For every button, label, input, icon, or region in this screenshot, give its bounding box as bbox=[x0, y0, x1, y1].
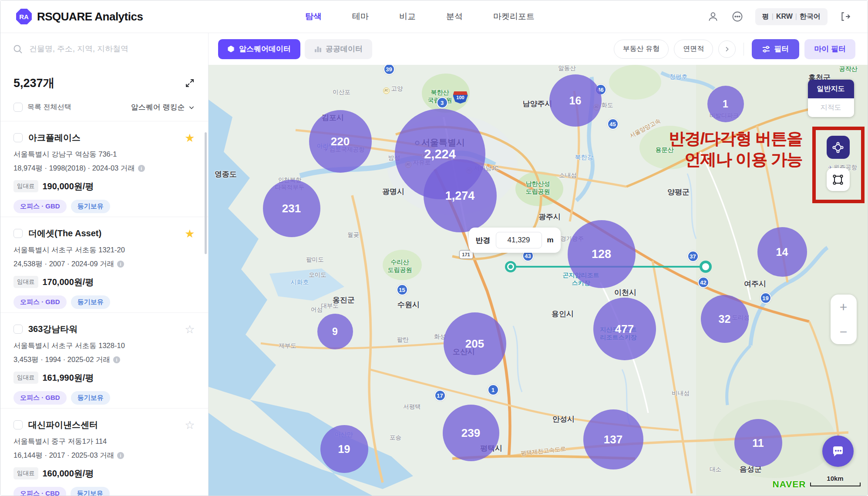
road-shield: 19 bbox=[760, 292, 771, 304]
listing-checkbox[interactable] bbox=[13, 133, 23, 142]
price-label: 임대료 bbox=[13, 467, 38, 479]
map-cluster[interactable]: 137 bbox=[583, 409, 643, 469]
listing-checkbox[interactable] bbox=[13, 229, 23, 238]
info-icon[interactable]: i bbox=[113, 356, 120, 363]
map-cluster[interactable]: 128 bbox=[568, 220, 636, 288]
listing-meta: 16,144평 · 2017 · 2025-03 거래i bbox=[13, 451, 195, 460]
expand-list-icon[interactable] bbox=[185, 78, 195, 88]
tab-비교[interactable]: 비교 bbox=[399, 11, 416, 22]
tab-분석[interactable]: 분석 bbox=[446, 11, 463, 22]
map-cluster[interactable]: 220 bbox=[309, 110, 372, 173]
tab-테마[interactable]: 테마 bbox=[352, 11, 369, 22]
favorite-star-icon[interactable]: ☆ bbox=[185, 419, 195, 431]
search-bar[interactable] bbox=[0, 33, 209, 65]
select-all-checkbox[interactable] bbox=[13, 103, 23, 112]
road-shield: 42 bbox=[698, 277, 709, 288]
map-label: 포승 bbox=[390, 434, 401, 442]
sort-dropdown[interactable]: 알스퀘어 랭킹순 bbox=[131, 102, 195, 112]
chat-button[interactable] bbox=[822, 436, 854, 467]
map-cluster[interactable]: 1 bbox=[707, 86, 744, 122]
tab-마켓리포트[interactable]: 마켓리포트 bbox=[493, 11, 535, 22]
filter-pill-gfa[interactable]: 연면적 bbox=[674, 40, 713, 59]
listing-address: 서울특별시 서초구 서초동 1328-10 bbox=[13, 341, 195, 351]
tab-탐색[interactable]: 탐색 bbox=[305, 11, 322, 22]
list-item[interactable]: 아크플레이스★서울특별시 강남구 역삼동 736-118,974평 · 1998… bbox=[0, 121, 208, 217]
road-shield: 1 bbox=[488, 384, 499, 395]
main-nav: 탐색테마비교분석마켓리포트 bbox=[305, 11, 535, 22]
map-type-cadastral[interactable]: 지적도 bbox=[808, 98, 854, 117]
search-input[interactable] bbox=[29, 44, 186, 54]
map-cluster[interactable]: 19 bbox=[320, 425, 368, 473]
info-icon[interactable]: i bbox=[138, 165, 145, 172]
map-cluster[interactable]: 11 bbox=[734, 419, 782, 467]
filter-pill-property-type[interactable]: 부동산 유형 bbox=[614, 40, 669, 59]
map-cluster[interactable]: 477 bbox=[593, 298, 656, 360]
unit-value: 평 bbox=[762, 13, 769, 20]
map-label: 북한강 bbox=[575, 154, 593, 161]
listing-checkbox[interactable] bbox=[13, 420, 23, 429]
listing-title: 아크플레이스 bbox=[28, 132, 81, 144]
map-canvas[interactable]: 서울특별시남양주시김포시영종도광명시광주시양평군수원시용인시여주시이천시오산시평… bbox=[209, 65, 868, 496]
map-cluster[interactable]: 231 bbox=[263, 180, 320, 237]
user-icon[interactable] bbox=[707, 10, 720, 23]
logout-icon[interactable] bbox=[839, 10, 852, 23]
map-label: 수리산도립공원 bbox=[388, 258, 412, 274]
filter-button[interactable]: 필터 bbox=[752, 39, 799, 59]
data-toggle-0[interactable]: 알스퀘어데이터 bbox=[218, 39, 300, 59]
chevron-down-icon bbox=[188, 104, 195, 111]
map-cluster[interactable]: 1,274 bbox=[424, 159, 497, 232]
radius-label: 반경 bbox=[476, 235, 491, 245]
map-cluster[interactable]: 32 bbox=[701, 295, 749, 343]
map-cluster[interactable]: 9 bbox=[317, 314, 353, 349]
listing-checkbox[interactable] bbox=[13, 325, 23, 334]
listing-sidebar: 5,237개 목록 전체선택 알스퀘어 랭킹순 아크플레이스★서울특별시 강남구… bbox=[0, 65, 209, 496]
map-label: 오이도 bbox=[309, 271, 326, 279]
more-menu-icon[interactable] bbox=[731, 10, 744, 23]
price-label: 임대료 bbox=[13, 276, 38, 288]
map-cluster[interactable]: 14 bbox=[757, 227, 807, 277]
chat-bubble-icon bbox=[830, 443, 846, 459]
my-filter-button[interactable]: 마이 필터 bbox=[804, 39, 855, 59]
map-cluster[interactable]: 205 bbox=[444, 312, 506, 375]
favorite-star-icon[interactable]: ★ bbox=[185, 132, 195, 144]
favorite-star-icon[interactable]: ☆ bbox=[185, 324, 195, 335]
map-cluster[interactable]: 16 bbox=[549, 74, 602, 127]
info-icon[interactable]: i bbox=[117, 261, 124, 268]
road-shield: 45 bbox=[607, 118, 619, 130]
map-label: 제부도 bbox=[279, 342, 296, 350]
radius-draw-button[interactable] bbox=[827, 136, 850, 159]
more-filters-button[interactable] bbox=[718, 40, 736, 58]
radius-value-input[interactable] bbox=[496, 232, 542, 248]
data-toggle-1[interactable]: 공공데이터 bbox=[305, 39, 372, 59]
list-item[interactable]: 대신파이낸스센터☆서울특별시 중구 저동1가 11416,144평 · 2017… bbox=[0, 409, 208, 496]
radius-center-handle[interactable] bbox=[505, 261, 516, 272]
map-label: 월곶 bbox=[347, 231, 359, 239]
chevron-right-icon bbox=[723, 46, 730, 53]
listing-address: 서울특별시 서초구 서초동 1321-20 bbox=[13, 245, 195, 255]
map-label: 팔미도 bbox=[306, 256, 324, 264]
logo-text: RSQUARE Analytics bbox=[37, 10, 143, 23]
listing-price: 160,000원/평 bbox=[43, 468, 94, 479]
list-item[interactable]: 363강남타워☆서울특별시 서초구 서초동 1328-103,453평 · 19… bbox=[0, 313, 208, 409]
map-type-normal[interactable]: 일반지도 bbox=[808, 80, 854, 98]
zoom-out-button[interactable]: − bbox=[831, 319, 857, 344]
listing-tag: 오피스 · GBD bbox=[13, 391, 67, 405]
list-item[interactable]: 더에셋(The Asset)★서울특별시 서초구 서초동 1321-2024,5… bbox=[0, 217, 208, 313]
logo[interactable]: RA RSQUARE Analytics bbox=[16, 9, 143, 24]
map-cluster[interactable]: 239 bbox=[443, 405, 499, 461]
map-label: 어섬 bbox=[311, 306, 323, 314]
info-icon[interactable]: i bbox=[117, 452, 124, 459]
listing-tag: 등기보유 bbox=[71, 487, 110, 496]
zoom-in-button[interactable]: + bbox=[831, 295, 857, 319]
map-type-toggle: 일반지도 지적도 bbox=[808, 80, 854, 117]
radius-edge-handle[interactable] bbox=[700, 261, 712, 273]
unit-currency-language-selector[interactable]: 평|KRW|한국어 bbox=[755, 8, 828, 25]
price-label: 임대료 bbox=[13, 180, 38, 192]
public-data-icon bbox=[314, 46, 322, 52]
favorite-star-icon[interactable]: ★ bbox=[185, 228, 195, 239]
rsquare-analytics-app: RA RSQUARE Analytics 탐색테마비교분석마켓리포트 평|KRW… bbox=[0, 0, 868, 496]
polygon-draw-button[interactable] bbox=[827, 168, 850, 191]
map-label: 청평호 bbox=[670, 73, 688, 81]
sliders-icon bbox=[762, 46, 770, 53]
sidebar-scrollbar[interactable] bbox=[205, 132, 207, 254]
